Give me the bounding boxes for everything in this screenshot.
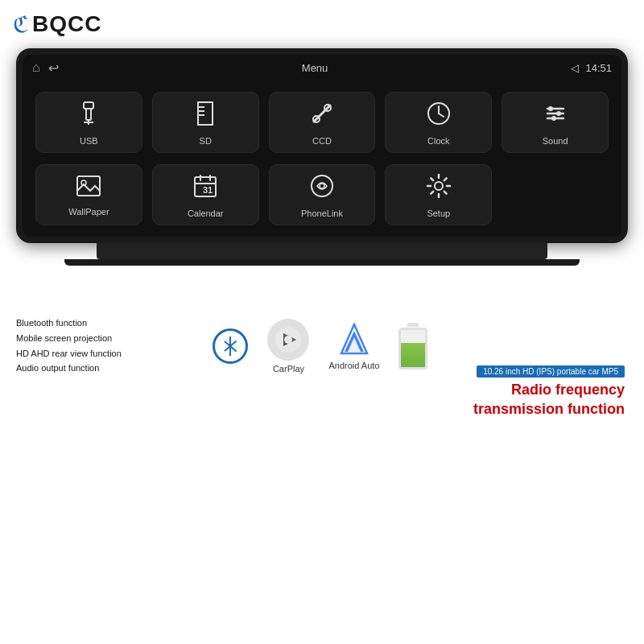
svg-line-7 [314,105,330,122]
device-outer: ⌂ ↩ Menu ◁ 14:51 US [16,48,628,243]
logo-icon: ℭ [13,11,29,38]
wallpaper-icon [76,175,101,203]
android-auto-label: Android Auto [328,361,379,370]
calendar-icon: 31 [192,173,218,204]
ccd-label: CCD [312,136,332,146]
sound-icon [543,101,568,132]
svg-rect-19 [77,176,100,196]
clock-icon [426,101,452,132]
wallpaper-label: WallPaper [68,207,109,217]
bottom-section: Bluetooth function Mobile screen project… [0,266,644,427]
feature-3: HD AHD rear view function [16,347,185,361]
menu-item-clock[interactable]: Clock [385,92,492,153]
bluetooth-block [213,328,248,364]
carplay-icon [267,319,309,361]
menu-grid-row1: USB SD [23,80,621,164]
sd-label: SD [200,136,212,146]
status-left: ⌂ ↩ [32,60,59,76]
svg-point-14 [548,106,553,111]
status-right: ◁ 14:51 [571,62,612,74]
logo-area: ℭ BQCC [0,0,644,48]
phonelink-icon [309,173,335,204]
battery-fill [401,343,425,367]
svg-rect-0 [84,102,93,109]
clock-label: Clock [427,136,450,146]
svg-point-16 [556,111,561,116]
setup-icon [426,173,452,204]
svg-point-28 [435,182,443,190]
status-bar: ⌂ ↩ Menu ◁ 14:51 [23,55,621,80]
setup-label: Setup [427,208,450,218]
menu-item-wallpaper[interactable]: WallPaper [35,164,142,225]
calendar-label: Calendar [188,208,224,218]
menu-item-sd[interactable]: SD [152,92,259,153]
battery-icon [398,328,427,369]
menu-item-phonelink[interactable]: PhoneLink [269,164,376,225]
svg-point-26 [312,175,332,196]
back-icon[interactable]: ↩ [48,60,59,76]
radio-text: Radio frequency transmission function [456,381,625,419]
features-list: Bluetooth function Mobile screen project… [16,274,185,419]
android-auto-block: Android Auto [328,322,379,370]
home-icon[interactable]: ⌂ [32,60,40,75]
menu-item-empty [502,164,609,225]
device-stand [97,243,547,259]
menu-item-setup[interactable]: Setup [385,164,492,225]
bluetooth-icon [213,328,248,364]
menu-item-sound[interactable]: Sound [502,92,609,153]
battery-container [398,323,427,369]
phonelink-label: PhoneLink [301,208,343,218]
brand-name: BQCC [32,11,101,37]
menu-grid-row2: WallPaper 31 Calendar [23,164,621,237]
menu-item-calendar[interactable]: 31 Calendar [152,164,259,225]
android-auto-icon [336,322,372,357]
feature-text-block: Bluetooth function Mobile screen project… [16,316,185,376]
svg-point-27 [320,184,324,188]
svg-text:31: 31 [203,185,213,195]
feature-4: Audio output function [16,361,185,376]
carplay-label: CarPlay [273,364,304,374]
screen: ⌂ ↩ Menu ◁ 14:51 US [23,55,621,237]
feature-icons-row: CarPlay Android Auto [185,274,455,419]
menu-title: Menu [302,62,328,74]
usb-icon [76,101,101,132]
usb-label: USB [80,136,98,146]
feature-2: Mobile screen projection [16,332,185,346]
device-stand-base [64,259,580,266]
battery-tip [407,323,419,327]
menu-item-usb[interactable]: USB [35,92,142,153]
right-section: 10.26 inch HD (IPS) portable car MP5 Rad… [456,274,628,419]
svg-rect-1 [86,109,91,120]
svg-point-32 [284,336,292,344]
spec-badge: 10.26 inch HD (IPS) portable car MP5 [477,365,625,378]
sound-label: Sound [543,136,568,146]
carplay-block: CarPlay [267,319,309,374]
signal-icon: ◁ [571,62,579,74]
ccd-icon [309,101,335,132]
clock-display: 14:51 [585,62,612,74]
sd-icon [193,101,217,132]
svg-line-12 [439,114,444,117]
feature-1: Bluetooth function [16,316,185,331]
menu-item-ccd[interactable]: CCD [269,92,376,153]
svg-point-18 [551,116,556,121]
battery-block [398,323,427,369]
